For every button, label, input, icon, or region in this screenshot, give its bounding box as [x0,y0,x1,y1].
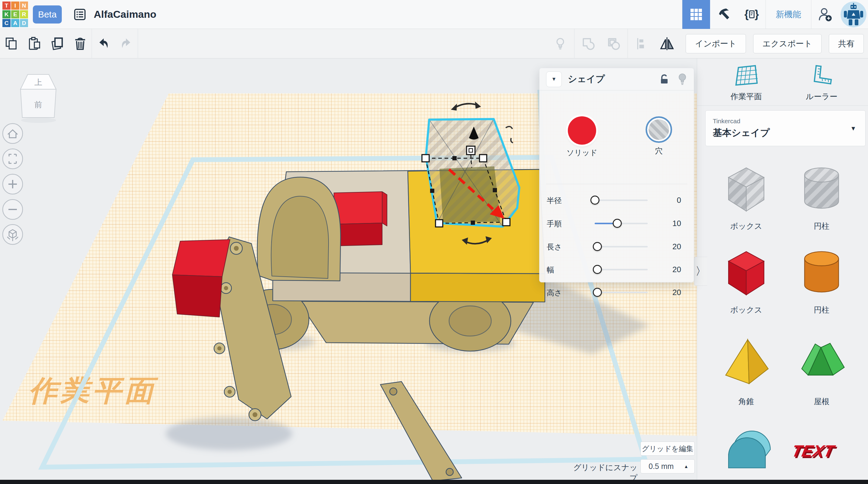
paste-button[interactable] [23,32,46,55]
delete-button[interactable] [69,32,92,55]
snap-grid-select[interactable]: 0.5 mm ▲ [641,459,695,474]
tinkercad-logo[interactable]: T I N K E R C A D [2,1,28,27]
undo-button[interactable] [92,32,115,55]
export-button[interactable]: エクスポート [753,34,822,53]
list-menu-icon [73,8,87,21]
workplane-tool-button[interactable]: 作業平面 [713,64,779,102]
ungroup-button[interactable] [602,32,625,55]
collapse-sidebar-tab[interactable]: 〉 [694,257,707,286]
shape-label: 円柱 [784,221,859,232]
edit-grid-button[interactable]: グリッドを編集 [641,442,695,456]
light-toggle-button[interactable] [549,32,572,55]
hole-box-icon [718,158,775,218]
slider-handle[interactable] [613,219,622,228]
mirror-icon [659,36,675,52]
shape-collection-select[interactable]: Tinkercad 基本シェイプ ▼ [705,110,866,146]
hole-label: 穴 [632,146,686,156]
viewport[interactable]: 作業平面 [0,58,697,484]
slider-handle[interactable] [593,288,602,297]
slider-handle[interactable] [593,265,602,274]
red-box-on-deck[interactable] [334,192,387,246]
fit-view-button[interactable] [3,149,23,169]
beta-button[interactable]: Beta [33,5,62,24]
home-view-button[interactable] [3,124,23,144]
panel-divider [546,184,687,184]
tinkercad-app: T I N K E R C A D Beta AlfaCaimano [0,0,868,484]
hole-cylinder-icon [793,158,850,218]
share-button[interactable]: 共有 [829,34,864,53]
shape-inspector-panel: ▼ シェイプ ソ [539,68,694,282]
shape-box[interactable]: ボックス [709,242,784,315]
toolbar-separator [138,29,138,58]
group-button[interactable] [577,32,600,55]
unlock-icon[interactable] [659,74,670,85]
minecraft-export-button[interactable] [710,0,738,29]
slider-label: 半径 [547,195,562,206]
slider-value[interactable]: 20 [673,265,681,274]
shape-pyramid[interactable]: 角錐 [709,333,784,407]
background-window-strip [0,480,868,484]
copy-icon [4,36,19,51]
shape-roof[interactable]: 屋根 [784,333,859,407]
person-add-icon [818,7,833,22]
slider-label: 手順 [547,219,562,229]
invite-user-button[interactable] [811,0,839,29]
slider-handle[interactable] [590,195,599,205]
slider-value[interactable]: 20 [673,288,681,297]
deck-front-face-yellow [410,273,545,302]
slider-row-steps: 手順 10 [539,218,694,230]
shape-label: ボックス [709,305,784,315]
dashboard-grid-button[interactable] [682,0,710,29]
view-cube-top-label[interactable]: 上 [34,78,42,87]
mirror-button[interactable] [655,32,678,55]
copy-button[interactable] [0,32,23,55]
collection-name: 基本シェイプ [713,127,858,139]
collapse-panel-button[interactable]: ▼ [546,71,562,87]
slider-handle[interactable] [593,242,602,251]
zoom-in-button[interactable] [3,174,23,194]
slider-value[interactable]: 0 [677,195,681,205]
shape-hole-box[interactable]: ボックス [709,158,784,232]
shape-text[interactable]: TEXT TEXT 文字 [784,423,859,484]
round-roof-icon [718,423,775,483]
align-button[interactable] [630,32,653,55]
redo-button[interactable] [115,32,138,55]
pickaxe-icon [717,7,731,22]
view-cube-front-label[interactable]: 前 [34,100,42,109]
shape-round-roof[interactable]: 円形屋根 [709,423,784,484]
caret-down-icon: ▼ [850,125,856,132]
hide-bulb-icon[interactable] [678,73,687,85]
slider-value[interactable]: 10 [673,219,681,228]
shape-panel-header: ▼ シェイプ [539,68,694,90]
front-wheel-housing [271,196,329,278]
height-slider[interactable] [595,292,648,293]
slider-row-height: 高さ 20 [539,286,694,299]
width-slider[interactable] [595,269,648,270]
shape-hole-cylinder[interactable]: 円柱 [784,158,859,232]
shape-cylinder[interactable]: 円柱 [784,242,859,315]
hole-mode-button[interactable]: 穴 [632,116,686,156]
duplicate-button[interactable] [46,32,69,55]
import-button[interactable]: インポート [686,34,746,53]
whats-new-link[interactable]: 新機能 [766,0,811,29]
logo-tile: R [20,10,28,19]
logo-tile: I [11,1,19,10]
svg-text:TEXT: TEXT [793,442,837,460]
slider-value[interactable]: 20 [673,242,681,251]
solid-mode-button[interactable]: ソリッド [555,116,609,158]
length-slider[interactable] [595,246,648,247]
design-title: AlfaCaimano [94,8,156,20]
codeblocks-button[interactable]: { } [738,0,766,29]
radius-slider[interactable] [595,200,648,201]
avatar[interactable] [839,0,868,29]
view-cube[interactable]: 上 前 [21,74,56,123]
ruler-tool-button[interactable]: ルーラー [788,64,855,102]
workplane-icon [734,64,759,88]
perspective-toggle-button[interactable] [3,224,23,244]
shape-label: 角錐 [709,396,784,407]
height-handle[interactable] [467,146,475,155]
design-menu-button[interactable] [73,8,87,21]
duplicate-icon [50,36,64,51]
steps-slider[interactable] [595,223,648,224]
zoom-out-button[interactable] [3,200,23,219]
